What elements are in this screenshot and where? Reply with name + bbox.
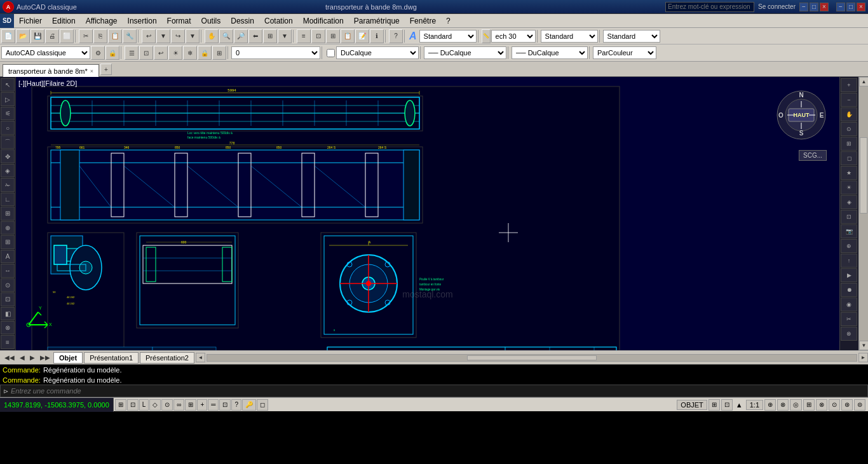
scroll-left-button[interactable]: ◄	[196, 353, 205, 362]
preview-button[interactable]: ⬜	[60, 29, 74, 43]
lt-offset[interactable]: ◈	[1, 164, 15, 177]
lt-select2[interactable]: ▷	[1, 92, 15, 106]
tp-toggle[interactable]: ⊡	[219, 399, 231, 411]
rt-pick[interactable]: ⊗	[841, 327, 857, 341]
redo-button[interactable]: ↪	[171, 29, 185, 43]
freeze-all[interactable]: ❄	[183, 46, 197, 60]
ortho-toggle[interactable]: L	[139, 399, 149, 411]
rt-material[interactable]: ◈	[841, 195, 857, 209]
multi-style-select[interactable]: Standard	[603, 30, 660, 43]
status-settings[interactable]: ⊞	[709, 399, 720, 411]
scroll-up-button[interactable]: ▲	[859, 77, 868, 86]
rt-clip[interactable]: ✂	[841, 312, 857, 326]
new-button[interactable]: 📄	[1, 29, 15, 43]
sheet-button[interactable]: 📋	[341, 29, 355, 43]
zoom-drop[interactable]: ▼	[278, 29, 292, 43]
scale-select[interactable]: ech 30	[491, 30, 536, 43]
scroll-down-button[interactable]: ▼	[859, 341, 868, 350]
sheet-tab-pres2[interactable]: Présentation2	[140, 352, 194, 364]
lt-trim[interactable]: ✁	[1, 178, 15, 191]
objet-badge[interactable]: OBJET	[677, 400, 707, 410]
rt-zoom-in[interactable]: +	[841, 78, 857, 92]
layer-manager[interactable]: ☰	[125, 46, 139, 60]
prop-button[interactable]: ≡	[297, 29, 311, 43]
color-select[interactable]: DuCalque	[336, 46, 419, 59]
menu-modification[interactable]: Modification	[298, 15, 349, 27]
lineweight-select[interactable]: ── DuCalque	[512, 46, 588, 59]
inner-minimize-button[interactable]: −	[836, 3, 845, 11]
toolpalette-button[interactable]: ⊞	[326, 29, 340, 43]
rt-orbit[interactable]: ⊙	[841, 122, 857, 136]
lt-circle[interactable]: ○	[1, 121, 15, 134]
rt-fly[interactable]: ↑	[841, 254, 857, 268]
scroll-thumb-v[interactable]	[860, 137, 867, 214]
dim-style-select[interactable]: Standard	[541, 30, 598, 43]
color-checkbox[interactable]	[327, 49, 335, 57]
zoom-win-button[interactable]: 🔎	[234, 29, 248, 43]
scroll-track-v[interactable]	[859, 86, 868, 341]
redo-drop[interactable]: ▼	[186, 29, 200, 43]
undo-drop[interactable]: ▼	[156, 29, 170, 43]
workspace-icon3[interactable]: ⊙	[829, 399, 840, 411]
anno-visible[interactable]: ⊗	[777, 399, 789, 411]
lt-corner[interactable]: ∟	[1, 193, 15, 206]
grid-toggle[interactable]: ⊡	[127, 399, 139, 411]
undo-button[interactable]: ↩	[142, 29, 156, 43]
adcenter-button[interactable]: ⊡	[311, 29, 325, 43]
scale-badge[interactable]: 1:1	[746, 400, 763, 410]
rt-section[interactable]: ⊡	[841, 210, 857, 224]
rt-camera[interactable]: 📷	[841, 224, 857, 238]
lt-arc[interactable]: ⌒	[1, 135, 15, 149]
help-button[interactable]: ?	[389, 29, 403, 43]
rt-render[interactable]: ★	[841, 166, 857, 180]
qinfo-button[interactable]: ℹ	[370, 29, 384, 43]
restore-button[interactable]: □	[810, 3, 818, 11]
workspace-icon5[interactable]: ⊜	[854, 399, 865, 411]
sheet-nav-next[interactable]: ▶	[28, 354, 37, 361]
layer-select[interactable]: 0	[231, 46, 320, 59]
search-input[interactable]	[665, 2, 754, 12]
canvas-area[interactable]: [-][Haut][Filaire 2D]	[16, 77, 839, 350]
rt-light[interactable]: ☀	[841, 181, 857, 194]
document-tab[interactable]: transporteur à bande 8m* ×	[3, 64, 99, 77]
zoom-prev-button[interactable]: ⬅	[248, 29, 262, 43]
lt-properties[interactable]: ≡	[1, 335, 15, 348]
paste-button[interactable]: 📋	[108, 29, 122, 43]
rt-walk[interactable]: ⊕	[841, 239, 857, 253]
rt-pan[interactable]: ✋	[841, 107, 857, 121]
close-button[interactable]: ×	[820, 3, 829, 11]
sc-toggle[interactable]: 🔑	[242, 399, 256, 411]
sheet-nav-first[interactable]: ◀◀	[3, 354, 17, 361]
menu-format[interactable]: Format	[162, 15, 196, 27]
lw-toggle[interactable]: ═	[208, 399, 219, 411]
rt-record[interactable]: ⏺	[841, 283, 857, 297]
viewport-settings[interactable]: ⊕	[764, 399, 776, 411]
rt-view[interactable]: ◻	[841, 151, 857, 165]
lt-hatch[interactable]: ⊞	[1, 207, 15, 220]
scroll-track-h[interactable]	[207, 354, 857, 362]
cut-button[interactable]: ✂	[79, 29, 93, 43]
menu-insertion[interactable]: Insertion	[123, 15, 162, 27]
anno-add[interactable]: ◎	[790, 399, 802, 411]
workspace-select[interactable]: AutoCAD classique	[1, 46, 90, 59]
menu-help[interactable]: ?	[441, 15, 456, 27]
ducs-toggle[interactable]: ⊞	[185, 399, 196, 411]
inner-restore-button[interactable]: □	[846, 3, 855, 11]
cmd-input[interactable]	[11, 387, 865, 395]
workspace-settings[interactable]: ⚙	[91, 46, 105, 60]
layer-state[interactable]: ⊡	[139, 46, 153, 60]
minimize-button[interactable]: −	[799, 3, 808, 11]
layer-prev[interactable]: ↩	[154, 46, 168, 60]
menu-cotation[interactable]: Cotation	[259, 15, 298, 27]
workspace-icon2[interactable]: ⊗	[816, 399, 827, 411]
lt-select[interactable]: ↖	[1, 78, 15, 92]
open-button[interactable]: 📂	[16, 29, 30, 43]
dyn-toggle[interactable]: +	[197, 399, 207, 411]
lt-region[interactable]: ⊕	[1, 221, 15, 235]
menu-affichage[interactable]: Affichage	[81, 15, 123, 27]
polar-toggle[interactable]: ◇	[149, 399, 161, 411]
menu-outils[interactable]: Outils	[196, 15, 226, 27]
tab-close-button[interactable]: ×	[90, 68, 93, 74]
sheet-tab-pres1[interactable]: Présentation1	[84, 352, 139, 364]
lt-purge[interactable]: ⊗	[1, 321, 15, 334]
